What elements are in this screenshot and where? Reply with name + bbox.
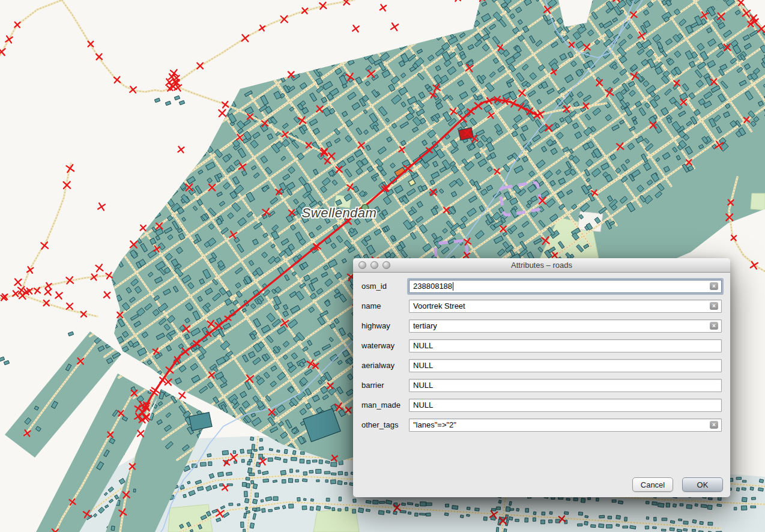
field-label-other_tags: other_tags — [361, 420, 409, 429]
clear-field-icon[interactable]: × — [710, 322, 718, 330]
field-input-man_made[interactable]: NULL — [409, 399, 722, 412]
attribute-row: nameVoortrek Street× — [361, 296, 722, 316]
dialog-fields: osm_id238808188×nameVoortrek Street×high… — [361, 276, 722, 435]
field-input-aerialway[interactable]: NULL — [409, 359, 722, 372]
place-label-swellendam: Swellendam — [302, 205, 377, 220]
close-button[interactable] — [358, 261, 366, 269]
ok-button[interactable]: OK — [682, 477, 723, 492]
attribute-row: barrierNULL — [361, 375, 722, 395]
field-input-highway[interactable]: tertiary× — [409, 319, 722, 333]
field-input-waterway[interactable]: NULL — [409, 339, 722, 352]
field-value: NULL — [413, 401, 433, 410]
field-input-other_tags[interactable]: "lanes"=>"2"× — [409, 419, 722, 432]
zoom-button[interactable] — [382, 261, 390, 269]
field-label-man_made: man_made — [361, 401, 409, 410]
dialog-title: Attributes – roads — [511, 261, 572, 270]
field-value: "lanes"=>"2" — [413, 420, 456, 429]
attribute-row: aerialwayNULL — [361, 355, 722, 375]
field-label-waterway: waterway — [361, 341, 409, 350]
map-application-window: Swellendam Attributes – roads osm_id2388… — [0, 0, 765, 532]
field-label-name: name — [361, 301, 409, 310]
field-label-barrier: barrier — [361, 381, 409, 390]
dialog-buttons: Cancel OK — [632, 477, 723, 492]
field-value: Voortrek Street — [413, 301, 465, 310]
field-input-osm_id[interactable]: 238808188× — [409, 280, 722, 293]
field-input-name[interactable]: Voortrek Street× — [409, 300, 722, 313]
text-caret — [453, 282, 453, 291]
dialog-titlebar[interactable]: Attributes – roads — [353, 258, 730, 273]
cancel-button[interactable]: Cancel — [632, 477, 673, 492]
attribute-row: waterwayNULL — [361, 336, 722, 355]
field-label-osm_id: osm_id — [361, 282, 409, 291]
attribute-row: highwaytertiary× — [361, 316, 722, 336]
clear-field-icon[interactable]: × — [710, 282, 718, 290]
field-value: NULL — [413, 361, 433, 370]
window-controls — [358, 261, 390, 269]
field-input-barrier[interactable]: NULL — [409, 379, 722, 392]
field-value: tertiary — [413, 321, 437, 330]
minimize-button[interactable] — [370, 261, 378, 269]
field-value: 238808188 — [413, 282, 452, 291]
field-label-highway: highway — [361, 321, 409, 330]
attribute-row: other_tags"lanes"=>"2"× — [361, 415, 722, 435]
attributes-dialog: Attributes – roads osm_id238808188×nameV… — [353, 258, 730, 497]
attribute-row: man_madeNULL — [361, 395, 722, 415]
clear-field-icon[interactable]: × — [710, 421, 718, 429]
clear-field-icon[interactable]: × — [710, 302, 718, 310]
field-value: NULL — [413, 341, 433, 350]
field-label-aerialway: aerialway — [361, 361, 409, 370]
field-value: NULL — [413, 381, 433, 390]
attribute-row: osm_id238808188× — [361, 276, 722, 296]
